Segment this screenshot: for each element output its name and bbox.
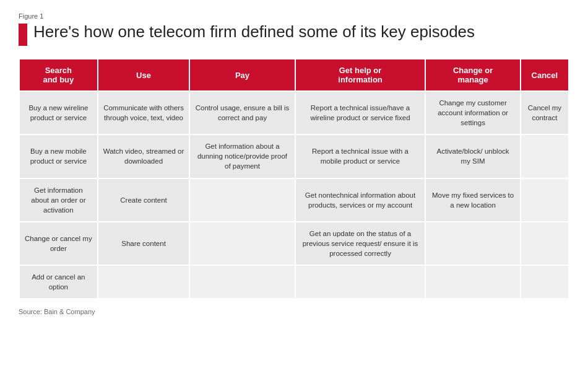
source-label: Source: Bain & Company — [19, 308, 569, 315]
cell-row0-cancel: Cancel my contract — [521, 91, 569, 134]
col-header-search-buy: Searchand buy — [19, 59, 98, 91]
cell-row2-cancel — [521, 178, 569, 222]
cell-row3-search_buy: Change or cancel my order — [19, 222, 98, 265]
cell-row0-use: Communicate with others through voice, t… — [98, 91, 190, 134]
cell-row0-pay: Control usage, ensure a bill is correct … — [189, 91, 295, 134]
cell-row2-use: Create content — [98, 178, 190, 222]
cell-row2-search_buy: Get information about an order or activa… — [19, 178, 98, 222]
title-container: Here's how one telecom firm defined some… — [19, 22, 569, 46]
cell-row4-use — [98, 265, 190, 299]
cell-row2-pay — [189, 178, 295, 222]
cell-row4-help — [295, 265, 426, 299]
cell-row0-help: Report a technical issue/have a wireline… — [295, 91, 426, 134]
title-accent — [19, 24, 27, 46]
cell-row0-search_buy: Buy a new wireline product or service — [19, 91, 98, 134]
cell-row1-change: Activate/block/ unblock my SIM — [425, 134, 520, 178]
cell-row4-cancel — [521, 265, 569, 299]
main-title: Here's how one telecom firm defined some… — [33, 22, 475, 42]
col-header-cancel: Cancel — [521, 59, 569, 91]
cell-row4-change — [425, 265, 520, 299]
cell-row1-use: Watch video, streamed or downloaded — [98, 134, 190, 178]
cell-row3-help: Get an update on the status of a previou… — [295, 222, 426, 265]
cell-row2-change: Move my fixed services to a new location — [425, 178, 520, 222]
col-header-pay: Pay — [189, 59, 295, 91]
cell-row1-search_buy: Buy a new mobile product or service — [19, 134, 98, 178]
cell-row1-cancel — [521, 134, 569, 178]
cell-row0-change: Change my customer account information o… — [425, 91, 520, 134]
col-header-use: Use — [98, 59, 190, 91]
col-header-change: Change ormanage — [425, 59, 520, 91]
cell-row3-pay — [189, 222, 295, 265]
figure-label: Figure 1 — [19, 12, 569, 20]
cell-row2-help: Get nontechnical information about produ… — [295, 178, 426, 222]
cell-row1-help: Report a technical issue with a mobile p… — [295, 134, 426, 178]
cell-row3-cancel — [521, 222, 569, 265]
episodes-table: Searchand buy Use Pay Get help orinforma… — [19, 58, 569, 299]
col-header-help: Get help orinformation — [295, 59, 426, 91]
cell-row1-pay: Get information about a dunning notice/p… — [189, 134, 295, 178]
cell-row3-use: Share content — [98, 222, 190, 265]
cell-row3-change — [425, 222, 520, 265]
cell-row4-pay — [189, 265, 295, 299]
cell-row4-search_buy: Add or cancel an option — [19, 265, 98, 299]
